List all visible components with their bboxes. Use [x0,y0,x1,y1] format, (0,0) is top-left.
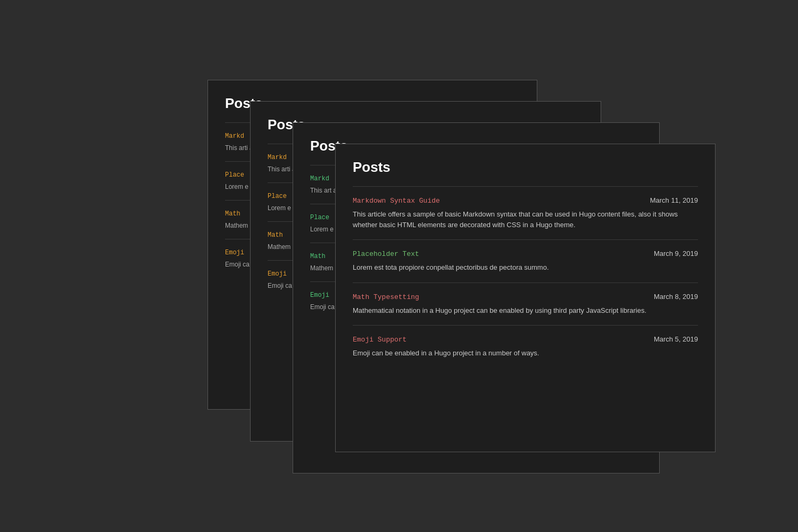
post-date: March 11, 2019 [650,196,698,204]
list-item: Placeholder Text March 9, 2019 Lorem est… [353,239,698,282]
post-title[interactable]: Place [225,171,244,179]
post-title[interactable]: Emoji [268,270,287,278]
post-date: March 9, 2019 [654,250,698,257]
post-title[interactable]: Markd [310,175,329,182]
post-title[interactable]: Place [268,193,287,200]
post-excerpt: This article offers a sample of basic Ma… [353,209,698,230]
post-date: March 8, 2019 [654,293,698,301]
card-stack: Posts Markd This arti also it sh Place L… [207,80,591,452]
post-card-4: Posts Markdown Syntax Guide March 11, 20… [335,144,716,452]
post-title[interactable]: Math [268,231,283,239]
post-title[interactable]: Place [310,214,329,221]
post-title[interactable]: Markd [225,132,244,140]
post-excerpt: Emoji can be enabled in a Hugo project i… [353,348,698,359]
post-title-math[interactable]: Math Typesetting [353,293,419,301]
post-date: March 5, 2019 [654,335,698,343]
list-item: Emoji Support March 5, 2019 Emoji can be… [353,325,698,368]
list-item: Math Typesetting March 8, 2019 Mathemati… [353,282,698,326]
post-excerpt: Mathematical notation in a Hugo project … [353,305,698,316]
post-title[interactable]: Emoji [225,249,244,256]
post-title[interactable]: Math [225,210,240,218]
post-header: Emoji Support March 5, 2019 [353,335,698,344]
post-excerpt: Lorem est tota propiore conpellat pector… [353,262,698,273]
post-title[interactable]: Markd [268,154,287,161]
card-4-title: Posts [353,159,698,176]
post-title[interactable]: Math [310,253,326,260]
post-header: Placeholder Text March 9, 2019 [353,250,698,258]
post-title-placeholder[interactable]: Placeholder Text [353,250,419,258]
post-title[interactable]: Emoji [310,292,329,299]
post-title-markdown[interactable]: Markdown Syntax Guide [353,197,440,205]
post-header: Math Typesetting March 8, 2019 [353,293,698,301]
post-header: Markdown Syntax Guide March 11, 2019 [353,196,698,205]
list-item: Markdown Syntax Guide March 11, 2019 Thi… [353,186,698,239]
post-title-emoji[interactable]: Emoji Support [353,336,406,344]
